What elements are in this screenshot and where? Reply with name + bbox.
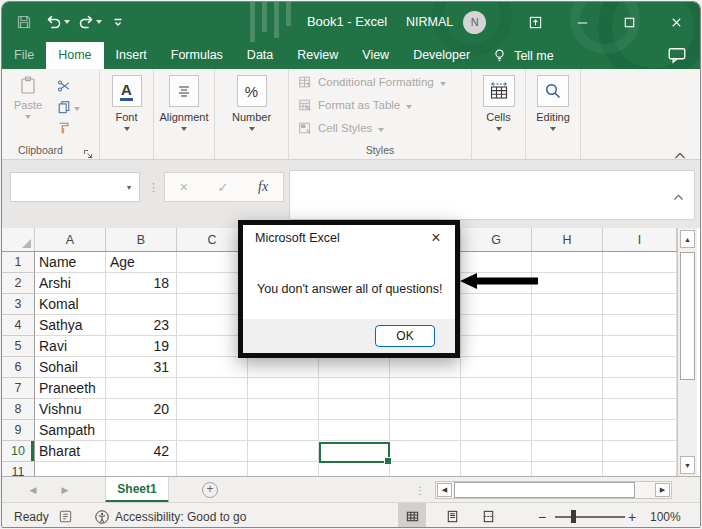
- row-header-10[interactable]: 10: [2, 441, 35, 462]
- cell-G10[interactable]: [461, 441, 532, 462]
- cell-C9[interactable]: [177, 420, 248, 441]
- cell-B7[interactable]: [106, 378, 177, 399]
- cell-D8[interactable]: [248, 399, 319, 420]
- conditional-formatting-button[interactable]: Conditional Formatting: [298, 71, 471, 92]
- new-sheet-button[interactable]: +: [202, 482, 218, 498]
- cell-G6[interactable]: [461, 357, 532, 378]
- view-page-break-button[interactable]: [474, 503, 502, 528]
- copy-dropdown-caret[interactable]: [74, 107, 80, 111]
- formula-bar-collapse-icon[interactable]: [673, 187, 684, 194]
- cell-D11[interactable]: [248, 462, 319, 476]
- column-header-I[interactable]: I: [603, 228, 677, 251]
- ribbon-display-options-button[interactable]: [512, 2, 559, 42]
- cell-D6[interactable]: [248, 357, 319, 378]
- close-button[interactable]: [653, 2, 700, 42]
- scroll-right-icon[interactable]: ▶: [655, 483, 670, 497]
- separator-dots[interactable]: ⋮: [415, 477, 425, 503]
- account-area[interactable]: NIRMAL N: [406, 2, 486, 42]
- collapse-ribbon-icon[interactable]: [674, 146, 686, 154]
- cell-I6[interactable]: [603, 357, 677, 378]
- number-group-button[interactable]: % Number: [215, 69, 288, 131]
- cell-I4[interactable]: [603, 315, 677, 336]
- tab-file[interactable]: File: [2, 42, 46, 69]
- alignment-group-button[interactable]: Alignment: [154, 69, 214, 131]
- cell-A3[interactable]: Komal: [35, 294, 106, 315]
- column-header-H[interactable]: H: [532, 228, 603, 251]
- select-all-corner[interactable]: [2, 228, 35, 251]
- cell-F9[interactable]: [390, 420, 461, 441]
- row-header-2[interactable]: 2: [2, 273, 35, 294]
- cell-D10[interactable]: [248, 441, 319, 462]
- zoom-level[interactable]: 100%: [650, 503, 681, 528]
- cell-A10[interactable]: Bharat: [35, 441, 106, 462]
- cell-A1[interactable]: Name: [35, 252, 106, 273]
- next-sheet-icon[interactable]: ▶: [52, 477, 78, 503]
- cell-H2[interactable]: [532, 273, 603, 294]
- undo-button[interactable]: [44, 12, 72, 32]
- clipboard-dialog-launcher-icon[interactable]: [83, 145, 93, 155]
- macro-record-icon[interactable]: [58, 503, 73, 528]
- row-header-8[interactable]: 8: [2, 399, 35, 420]
- separator-dots[interactable]: ⋮: [148, 172, 159, 202]
- paste-dropdown-caret[interactable]: [25, 115, 31, 119]
- insert-function-button[interactable]: fx: [258, 179, 268, 195]
- cell-E9[interactable]: [319, 420, 390, 441]
- row-header-11[interactable]: 11: [2, 462, 35, 476]
- format-painter-button[interactable]: [57, 121, 80, 135]
- cell-B10[interactable]: 42: [106, 441, 177, 462]
- cell-I9[interactable]: [603, 420, 677, 441]
- name-box[interactable]: ▼: [10, 172, 140, 202]
- cell-A5[interactable]: Ravi: [35, 336, 106, 357]
- tell-me-box[interactable]: Tell me: [482, 42, 564, 69]
- cell-I7[interactable]: [603, 378, 677, 399]
- cell-styles-button[interactable]: Cell Styles: [298, 117, 471, 138]
- cell-B1[interactable]: Age: [106, 252, 177, 273]
- scroll-down-icon[interactable]: ▼: [680, 456, 695, 474]
- cell-E8[interactable]: [319, 399, 390, 420]
- cell-E6[interactable]: [319, 357, 390, 378]
- cell-B3[interactable]: [106, 294, 177, 315]
- cell-G7[interactable]: [461, 378, 532, 399]
- dialog-close-icon[interactable]: ×: [425, 227, 447, 249]
- copy-button[interactable]: [57, 100, 80, 114]
- cell-F8[interactable]: [390, 399, 461, 420]
- vertical-scrollbar[interactable]: ▲ ▼: [677, 228, 697, 476]
- cell-H7[interactable]: [532, 378, 603, 399]
- cell-H10[interactable]: [532, 441, 603, 462]
- vertical-scroll-thumb[interactable]: [680, 252, 695, 380]
- cancel-icon[interactable]: ×: [180, 179, 188, 195]
- cell-C8[interactable]: [177, 399, 248, 420]
- cell-E7[interactable]: [319, 378, 390, 399]
- row-header-9[interactable]: 9: [2, 420, 35, 441]
- column-header-A[interactable]: A: [35, 228, 106, 251]
- tab-insert[interactable]: Insert: [104, 42, 159, 69]
- cell-D9[interactable]: [248, 420, 319, 441]
- enter-check-icon[interactable]: ✓: [218, 180, 229, 195]
- zoom-slider-handle[interactable]: [571, 510, 576, 523]
- cell-A6[interactable]: Sohail: [35, 357, 106, 378]
- cell-I2[interactable]: [603, 273, 677, 294]
- cell-H8[interactable]: [532, 399, 603, 420]
- cell-H5[interactable]: [532, 336, 603, 357]
- ok-button[interactable]: OK: [375, 325, 435, 347]
- cell-G3[interactable]: [461, 294, 532, 315]
- cell-G5[interactable]: [461, 336, 532, 357]
- name-box-caret-icon[interactable]: ▼: [119, 173, 139, 201]
- cell-C6[interactable]: [177, 357, 248, 378]
- cell-B5[interactable]: 19: [106, 336, 177, 357]
- row-header-4[interactable]: 4: [2, 315, 35, 336]
- cell-F10[interactable]: [390, 441, 461, 462]
- formula-input[interactable]: [289, 170, 695, 220]
- cell-I11[interactable]: [603, 462, 677, 476]
- tab-formulas[interactable]: Formulas: [159, 42, 235, 69]
- editing-group-button[interactable]: Editing: [526, 69, 580, 131]
- cell-G4[interactable]: [461, 315, 532, 336]
- cell-A8[interactable]: Vishnu: [35, 399, 106, 420]
- cell-C10[interactable]: [177, 441, 248, 462]
- scroll-left-icon[interactable]: ◀: [437, 483, 452, 497]
- cell-G11[interactable]: [461, 462, 532, 476]
- cells-group-button[interactable]: Cells: [472, 69, 525, 131]
- cut-button[interactable]: [57, 79, 80, 93]
- cell-A4[interactable]: Sathya: [35, 315, 106, 336]
- zoom-in-button[interactable]: +: [628, 503, 636, 528]
